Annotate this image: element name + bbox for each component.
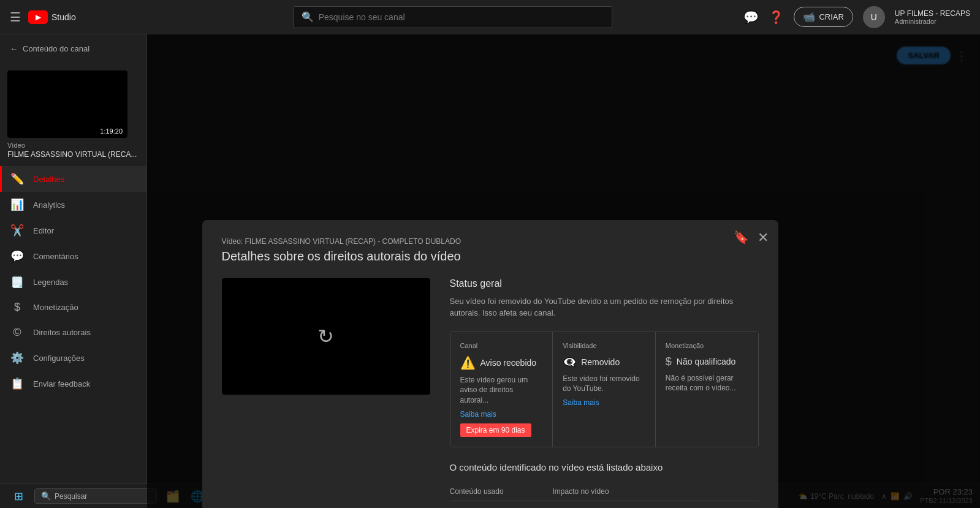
video-title: FILME ASSASSINO VIRTUAL (RECA... [7, 150, 139, 159]
video-label: Vídeo [7, 142, 139, 149]
sidebar-back-label: Conteúdo do canal [23, 44, 89, 53]
search-input[interactable] [319, 12, 604, 22]
search-bar[interactable]: 🔍 [294, 6, 612, 28]
sidebar-item-analytics[interactable]: 📊 Analytics [0, 192, 146, 218]
status-description: Seu vídeo foi removido do YouTube devido… [450, 295, 759, 319]
warning-icon: ⚠️ [460, 355, 476, 370]
status-card-canal: Canal ⚠️ Aviso recebido Este vídeo gerou… [450, 332, 553, 447]
modal-title: Detalhes sobre os direitos autorais do v… [222, 249, 759, 263]
col-header-conteudo: Conteúdo usado [450, 487, 543, 496]
modal-video-label: Vídeo: FILME ASSASSINO VIRTUAL (RECAP) -… [222, 237, 759, 246]
sidebar-item-legendas[interactable]: 🗒️ Legendas [0, 269, 146, 295]
studio-label: Studio [51, 12, 76, 22]
topbar: ☰ Studio 🔍 💬 ❓ 📹 CRIAR U UP FILMES - REC… [0, 0, 980, 34]
status-canal-label: Aviso recebido [481, 358, 537, 368]
feedback-icon: 📋 [10, 377, 25, 390]
status-card-canal-header: Canal [460, 342, 543, 349]
modal-bookmark-button[interactable]: 🔖 [734, 230, 749, 245]
status-visibilidade-label: Removido [581, 357, 620, 367]
status-card-visibilidade: Visibilidade 👁️‍🗨️ Removido Este vídeo f… [553, 332, 655, 447]
user-role: Administrador [895, 18, 970, 25]
direitos-icon: © [10, 326, 25, 339]
status-visibilidade-desc: Este vídeo foi removido do YouTube. [563, 374, 645, 395]
sidebar-item-legendas-label: Legendas [33, 278, 68, 287]
sidebar-item-feedback-label: Enviar feedback [33, 379, 90, 389]
taskbar-search-icon: 🔍 [41, 491, 51, 501]
sidebar-item-editor-label: Editor [33, 226, 54, 235]
blocked-dollar-icon: $ [666, 355, 672, 368]
legendas-icon: 🗒️ [10, 275, 25, 289]
status-card-visibilidade-header: Visibilidade [563, 342, 645, 349]
status-section: Status geral Seu vídeo foi removido do Y… [450, 278, 759, 509]
search-icon: 🔍 [302, 11, 314, 23]
comentarios-icon: 💬 [10, 249, 25, 263]
thumbnail-section: 1:19:20 Vídeo FILME ASSASSINO VIRTUAL (R… [0, 63, 146, 166]
youtube-logo: Studio [28, 10, 76, 24]
sidebar-item-editor[interactable]: ✂️ Editor [0, 218, 146, 243]
analytics-icon: 📊 [10, 198, 25, 211]
sidebar-item-comentarios[interactable]: 💬 Comentários [0, 243, 146, 269]
modal-close-button[interactable]: ✕ [758, 230, 769, 246]
sidebar-back[interactable]: ← Conteúdo do canal [0, 34, 146, 63]
col-header-impacto: Impacto no vídeo [553, 487, 646, 496]
saiba-mais-visibilidade[interactable]: Saiba mais [563, 398, 599, 407]
status-card-monetizacao-content: $ Não qualificado [666, 355, 748, 368]
sidebar-item-comentarios-label: Comentários [33, 252, 78, 261]
criar-label: CRIAR [819, 12, 843, 21]
monetizacao-icon: $ [10, 301, 25, 314]
sidebar-item-monetizacao[interactable]: $ Monetização [0, 295, 146, 320]
status-monetizacao-label: Não qualificado [677, 357, 736, 366]
configuracoes-icon: ⚙️ [10, 351, 25, 365]
video-preview: ↻ [222, 278, 430, 509]
taskbar-search[interactable]: 🔍 Pesquisar [34, 488, 157, 504]
sidebar-item-detalhes-label: Detalhes [33, 175, 64, 184]
start-button[interactable]: ⊞ [7, 485, 29, 507]
help-icon[interactable]: ❓ [769, 10, 784, 25]
hamburger-icon[interactable]: ☰ [10, 10, 21, 25]
sidebar: ← Conteúdo do canal 1:19:20 Vídeo FILME … [0, 34, 147, 508]
modal-body: ↻ Status geral Seu vídeo foi removido do… [222, 278, 759, 509]
topbar-center: 🔍 [172, 6, 734, 28]
status-card-monetizacao: Monetização $ Não qualificado Não é poss… [656, 332, 758, 447]
sidebar-item-direitos[interactable]: © Direitos autorais [0, 320, 146, 345]
video-preview-image: ↻ [222, 278, 430, 395]
removed-eye-icon: 👁️‍🗨️ [563, 355, 576, 369]
sidebar-item-configuracoes[interactable]: ⚙️ Configurações [0, 345, 146, 371]
status-card-visibilidade-content: 👁️‍🗨️ Removido [563, 355, 645, 369]
avatar[interactable]: U [863, 6, 885, 28]
taskbar-search-placeholder: Pesquisar [55, 492, 87, 501]
status-cards: Canal ⚠️ Aviso recebido Este vídeo gerou… [450, 332, 759, 447]
topbar-right: 💬 ❓ 📹 CRIAR U UP FILMES - RECAPS Adminis… [734, 6, 980, 28]
status-title: Status geral [450, 278, 759, 289]
sidebar-item-monetizacao-label: Monetização [33, 303, 78, 312]
topbar-left: ☰ Studio [0, 10, 172, 25]
col-header-empty1 [656, 487, 749, 496]
message-icon[interactable]: 💬 [743, 10, 759, 25]
sidebar-item-detalhes[interactable]: ✏️ Detalhes [0, 166, 146, 192]
table-row: Informações do pedido ℹ️ 🚫 O vídeo foi r… [450, 501, 759, 508]
criar-button[interactable]: 📹 CRIAR [794, 7, 853, 27]
sidebar-item-configuracoes-label: Configurações [33, 354, 85, 363]
content-table-title: O conteúdo identificado no vídeo está li… [450, 462, 759, 472]
user-info: UP FILMES - RECAPS Administrador [895, 9, 970, 25]
windows-icon: ⊞ [14, 490, 23, 503]
sidebar-item-direitos-label: Direitos autorais [33, 328, 91, 337]
detalhes-icon: ✏️ [10, 172, 25, 186]
criar-icon: 📹 [803, 11, 815, 23]
copyright-details-modal: Vídeo: FILME ASSASSINO VIRTUAL (RECAP) -… [202, 220, 778, 509]
video-duration: 1:19:20 [97, 127, 125, 135]
youtube-icon [28, 10, 48, 24]
sidebar-item-feedback[interactable]: 📋 Enviar feedback [0, 371, 146, 396]
editor-icon: ✂️ [10, 224, 25, 237]
loading-spinner: ↻ [317, 325, 334, 348]
content-table-header: Conteúdo usado Impacto no vídeo [450, 482, 759, 501]
status-monetizacao-desc: Não é possível gerar receita com o vídeo… [666, 373, 748, 394]
back-icon: ← [10, 44, 18, 53]
status-canal-desc: Este vídeo gerou um aviso de direitos au… [460, 375, 543, 406]
content-table-section: O conteúdo identificado no vídeo está li… [450, 462, 759, 508]
saiba-mais-canal[interactable]: Saiba mais [460, 410, 496, 419]
expira-badge: Expira em 90 dias [460, 423, 531, 437]
video-thumbnail: 1:19:20 [7, 70, 127, 138]
status-card-monetizacao-header: Monetização [666, 342, 748, 349]
user-name: UP FILMES - RECAPS [895, 9, 970, 18]
